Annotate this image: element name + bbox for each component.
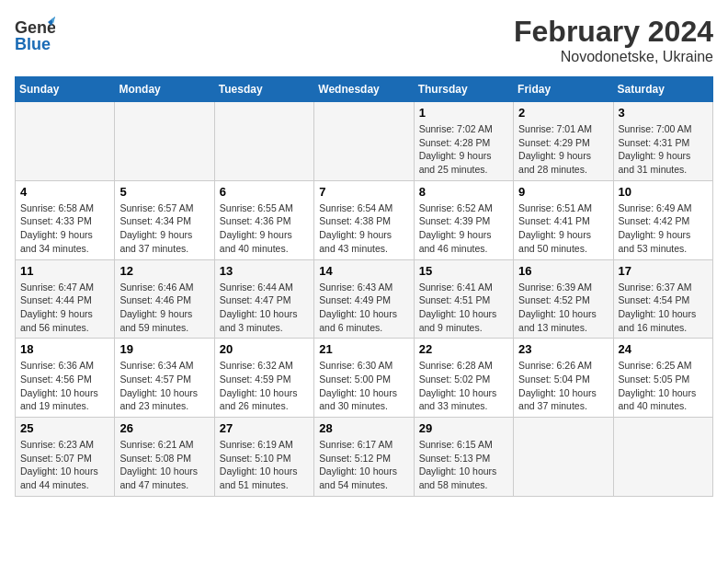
calendar-cell: 22Sunrise: 6:28 AMSunset: 5:02 PMDayligh… (414, 339, 513, 418)
weekday-header-saturday: Saturday (613, 77, 712, 102)
weekday-header-friday: Friday (514, 77, 613, 102)
day-number: 17 (619, 264, 708, 278)
calendar-table: SundayMondayTuesdayWednesdayThursdayFrid… (15, 76, 713, 497)
calendar-cell (314, 102, 414, 181)
calendar-cell: 21Sunrise: 6:30 AMSunset: 5:00 PMDayligh… (314, 339, 414, 418)
calendar-cell: 2Sunrise: 7:01 AMSunset: 4:29 PMDaylight… (514, 102, 613, 181)
calendar-cell: 23Sunrise: 6:26 AMSunset: 5:04 PMDayligh… (514, 339, 613, 418)
calendar-week-5: 25Sunrise: 6:23 AMSunset: 5:07 PMDayligh… (16, 418, 713, 497)
svg-text:Blue: Blue (15, 35, 51, 53)
calendar-cell: 28Sunrise: 6:17 AMSunset: 5:12 PMDayligh… (314, 418, 414, 497)
day-info: Sunrise: 6:23 AMSunset: 5:07 PMDaylight:… (20, 438, 109, 492)
day-info: Sunrise: 6:32 AMSunset: 4:59 PMDaylight:… (220, 359, 309, 413)
calendar-cell: 20Sunrise: 6:32 AMSunset: 4:59 PMDayligh… (214, 339, 313, 418)
day-info: Sunrise: 6:21 AMSunset: 5:08 PMDaylight:… (119, 438, 209, 492)
day-info: Sunrise: 6:19 AMSunset: 5:10 PMDaylight:… (220, 438, 309, 492)
day-info: Sunrise: 6:17 AMSunset: 5:12 PMDaylight:… (319, 438, 408, 492)
day-info: Sunrise: 6:54 AMSunset: 4:38 PMDaylight:… (319, 201, 408, 256)
day-number: 2 (518, 106, 608, 120)
day-info: Sunrise: 6:46 AMSunset: 4:46 PMDaylight:… (119, 281, 209, 335)
calendar-cell: 29Sunrise: 6:15 AMSunset: 5:13 PMDayligh… (414, 418, 513, 497)
calendar-cell: 4Sunrise: 6:58 AMSunset: 4:33 PMDaylight… (16, 180, 115, 259)
day-number: 11 (20, 264, 109, 278)
day-info: Sunrise: 6:30 AMSunset: 5:00 PMDaylight:… (319, 359, 408, 413)
weekday-header-wednesday: Wednesday (314, 77, 414, 102)
day-info: Sunrise: 7:00 AMSunset: 4:31 PMDaylight:… (619, 122, 708, 177)
day-number: 4 (20, 185, 109, 199)
day-info: Sunrise: 6:47 AMSunset: 4:44 PMDaylight:… (20, 281, 109, 335)
calendar-subtitle: Novodonetske, Ukraine (514, 49, 713, 65)
day-number: 10 (619, 185, 708, 199)
calendar-cell: 6Sunrise: 6:55 AMSunset: 4:36 PMDaylight… (214, 180, 313, 259)
calendar-cell: 5Sunrise: 6:57 AMSunset: 4:34 PMDaylight… (115, 180, 214, 259)
calendar-cell (214, 102, 313, 181)
day-info: Sunrise: 6:51 AMSunset: 4:41 PMDaylight:… (518, 201, 608, 256)
day-info: Sunrise: 7:02 AMSunset: 4:28 PMDaylight:… (419, 122, 508, 177)
calendar-body: 1Sunrise: 7:02 AMSunset: 4:28 PMDaylight… (16, 102, 713, 497)
calendar-week-1: 1Sunrise: 7:02 AMSunset: 4:28 PMDaylight… (16, 102, 713, 181)
day-number: 25 (20, 421, 109, 435)
day-info: Sunrise: 6:25 AMSunset: 5:05 PMDaylight:… (619, 359, 708, 413)
day-info: Sunrise: 6:44 AMSunset: 4:47 PMDaylight:… (220, 281, 309, 335)
calendar-cell: 1Sunrise: 7:02 AMSunset: 4:28 PMDaylight… (414, 102, 513, 181)
calendar-cell: 3Sunrise: 7:00 AMSunset: 4:31 PMDaylight… (613, 102, 712, 181)
weekday-header-tuesday: Tuesday (214, 77, 313, 102)
day-number: 12 (119, 264, 209, 278)
day-number: 23 (518, 342, 608, 356)
calendar-cell: 8Sunrise: 6:52 AMSunset: 4:39 PMDaylight… (414, 180, 513, 259)
day-number: 1 (419, 106, 508, 120)
day-info: Sunrise: 6:26 AMSunset: 5:04 PMDaylight:… (518, 359, 608, 413)
weekday-header-monday: Monday (115, 77, 214, 102)
calendar-cell: 16Sunrise: 6:39 AMSunset: 4:52 PMDayligh… (514, 259, 613, 339)
day-number: 26 (119, 421, 209, 435)
calendar-title: February 2024 (514, 15, 713, 49)
calendar-cell: 10Sunrise: 6:49 AMSunset: 4:42 PMDayligh… (613, 180, 712, 259)
calendar-cell: 14Sunrise: 6:43 AMSunset: 4:49 PMDayligh… (314, 259, 414, 339)
day-number: 16 (518, 264, 608, 278)
day-number: 28 (319, 421, 408, 435)
day-number: 29 (419, 421, 508, 435)
calendar-cell: 11Sunrise: 6:47 AMSunset: 4:44 PMDayligh… (16, 259, 115, 339)
calendar-cell: 27Sunrise: 6:19 AMSunset: 5:10 PMDayligh… (214, 418, 313, 497)
weekday-header-sunday: Sunday (16, 77, 115, 102)
calendar-cell (115, 102, 214, 181)
day-number: 13 (220, 264, 309, 278)
calendar-week-4: 18Sunrise: 6:36 AMSunset: 4:56 PMDayligh… (16, 339, 713, 418)
logo-icon: General Blue (15, 15, 51, 52)
day-info: Sunrise: 6:34 AMSunset: 4:57 PMDaylight:… (119, 359, 209, 413)
calendar-cell: 19Sunrise: 6:34 AMSunset: 4:57 PMDayligh… (115, 339, 214, 418)
calendar-header: SundayMondayTuesdayWednesdayThursdayFrid… (16, 77, 713, 102)
day-number: 21 (319, 342, 408, 356)
calendar-cell: 7Sunrise: 6:54 AMSunset: 4:38 PMDaylight… (314, 180, 414, 259)
day-info: Sunrise: 6:52 AMSunset: 4:39 PMDaylight:… (419, 201, 508, 256)
day-info: Sunrise: 6:36 AMSunset: 4:56 PMDaylight:… (20, 359, 109, 413)
day-number: 6 (220, 185, 309, 199)
calendar-cell: 15Sunrise: 6:41 AMSunset: 4:51 PMDayligh… (414, 259, 513, 339)
calendar-cell: 18Sunrise: 6:36 AMSunset: 4:56 PMDayligh… (16, 339, 115, 418)
calendar-cell: 13Sunrise: 6:44 AMSunset: 4:47 PMDayligh… (214, 259, 313, 339)
day-number: 24 (619, 342, 708, 356)
day-number: 5 (119, 185, 209, 199)
day-number: 14 (319, 264, 408, 278)
day-number: 9 (518, 185, 608, 199)
day-info: Sunrise: 7:01 AMSunset: 4:29 PMDaylight:… (518, 122, 608, 177)
day-number: 3 (619, 106, 708, 120)
weekday-header-thursday: Thursday (414, 77, 513, 102)
day-info: Sunrise: 6:28 AMSunset: 5:02 PMDaylight:… (419, 359, 508, 413)
day-number: 22 (419, 342, 508, 356)
day-info: Sunrise: 6:55 AMSunset: 4:36 PMDaylight:… (220, 201, 309, 256)
day-info: Sunrise: 6:49 AMSunset: 4:42 PMDaylight:… (619, 201, 708, 256)
calendar-cell: 17Sunrise: 6:37 AMSunset: 4:54 PMDayligh… (613, 259, 712, 339)
day-number: 15 (419, 264, 508, 278)
day-number: 19 (119, 342, 209, 356)
day-info: Sunrise: 6:58 AMSunset: 4:33 PMDaylight:… (20, 201, 109, 256)
calendar-week-3: 11Sunrise: 6:47 AMSunset: 4:44 PMDayligh… (16, 259, 713, 339)
day-number: 18 (20, 342, 109, 356)
calendar-cell: 24Sunrise: 6:25 AMSunset: 5:05 PMDayligh… (613, 339, 712, 418)
title-block: February 2024 Novodonetske, Ukraine (514, 15, 713, 65)
page-header: General Blue February 2024 Novodonetske,… (15, 15, 713, 65)
calendar-cell (613, 418, 712, 497)
day-number: 27 (220, 421, 309, 435)
day-number: 7 (319, 185, 408, 199)
day-number: 8 (419, 185, 508, 199)
